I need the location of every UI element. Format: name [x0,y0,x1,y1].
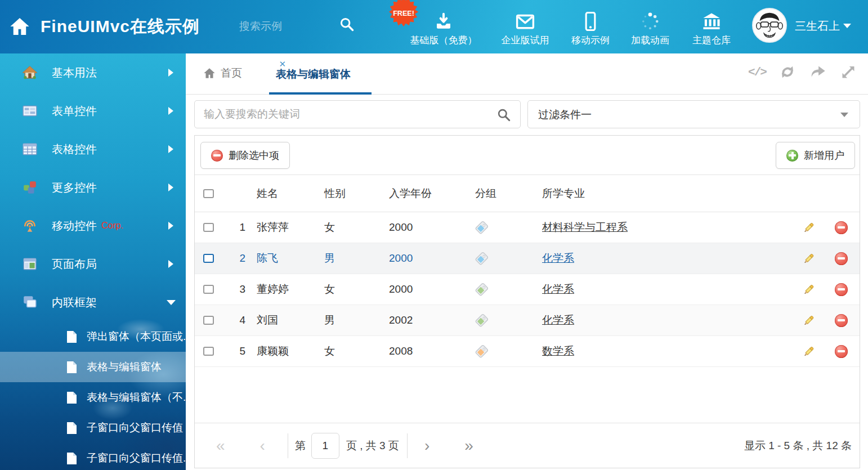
last-page-button[interactable]: » [464,438,473,454]
column-header-gender[interactable]: 性别 [313,186,378,201]
sidebar-item-label: 页面布局 [52,257,97,272]
table-row[interactable]: 3董婷婷女2000化学系 [195,274,860,305]
caret-down-icon [840,113,848,117]
sidebar-item-basic-usage[interactable]: 基本用法 [0,53,186,92]
layout-icon [23,257,37,271]
delete-row-icon[interactable] [835,252,848,265]
keyword-search-input[interactable] [204,101,491,128]
delete-selected-label: 删除选中项 [229,149,279,162]
delete-selected-button[interactable]: 删除选中项 [200,142,290,169]
sidebar-item-label: 移动控件 [52,218,97,234]
chevron-right-icon [168,69,173,77]
antenna-icon [23,218,37,233]
chevron-right-icon [168,183,173,191]
home-icon [203,67,216,79]
main-content: 首页 表格与编辑窗体 ✕ </> [186,53,868,470]
pagination-divider [288,433,288,458]
tab-close-icon[interactable]: ✕ [279,59,286,69]
row-checkbox[interactable] [203,316,214,325]
search-icon[interactable] [496,108,511,122]
major-link[interactable]: 数学系 [542,344,574,359]
tag-icon [465,283,531,296]
fullscreen-icon[interactable] [840,64,857,80]
cell-year: 2000 [378,221,465,234]
column-header-group[interactable]: 分组 [465,186,531,201]
file-icon [66,452,77,465]
sidebar-item-label: 更多控件 [52,180,97,195]
refresh-icon[interactable] [779,64,796,80]
row-index: 2 [220,252,245,265]
sidebar-subitem-child-to-parent-2[interactable]: 子窗口向父窗口传值... [0,443,186,470]
search-icon[interactable] [339,16,355,32]
table-header-row: 姓名 性别 入学年份 分组 所学专业 [195,175,860,212]
table-row[interactable]: 1张萍萍女2000材料科学与工程系 [195,212,860,243]
cell-name: 陈飞 [245,251,313,266]
sidebar-subitem-label: 子窗口向父窗口传值 [87,420,183,435]
nav-label: 企业版试用 [489,34,562,47]
tab-home[interactable]: 首页 [203,66,242,80]
cell-name: 刘国 [245,313,313,328]
page-number-input[interactable] [311,433,339,459]
row-index: 1 [220,221,245,234]
tab-grid-edit-window[interactable]: 表格与编辑窗体 ✕ [269,53,283,95]
column-header-major[interactable]: 所学专业 [531,186,794,201]
major-link[interactable]: 材料科学与工程系 [542,220,628,235]
nav-item-basic-edition[interactable]: 基础版（免费） [407,10,480,47]
bank-icon [675,10,748,33]
edit-icon[interactable] [802,252,815,265]
envelope-icon [489,10,562,33]
avatar[interactable] [752,8,787,43]
sidebar-item-grid-controls[interactable]: 表格控件 [0,130,186,168]
major-link[interactable]: 化学系 [542,251,574,266]
sidebar-subitem-popup-window[interactable]: 弹出窗体（本页面或... [0,321,186,352]
edit-icon[interactable] [802,344,815,358]
delete-row-icon[interactable] [835,314,848,327]
sidebar-item-form-controls[interactable]: 表单控件 [0,92,186,130]
major-link[interactable]: 化学系 [542,282,574,297]
cell-gender: 男 [313,251,378,266]
cell-gender: 女 [313,282,378,297]
nav-item-enterprise-trial[interactable]: 企业版试用 [489,10,562,47]
sidebar-subitem-grid-edit-window[interactable]: 表格与编辑窗体 [0,352,186,382]
row-checkbox[interactable] [203,223,214,232]
edit-icon[interactable] [802,283,815,296]
sidebar-subitem-child-to-parent[interactable]: 子窗口向父窗口传值 [0,413,186,443]
nav-item-theme-repo[interactable]: 主题仓库 [675,10,748,47]
next-page-button[interactable]: › [424,438,429,454]
sidebar-subitem-grid-edit-window-2[interactable]: 表格与编辑窗体（不... [0,382,186,413]
delete-row-icon[interactable] [835,345,848,358]
header-search-input[interactable] [239,16,335,37]
table-row[interactable]: 4刘国男2002化学系 [195,305,860,336]
table-row[interactable]: 2陈飞男2000化学系 [195,243,860,274]
first-page-button[interactable]: « [216,438,225,454]
home-icon[interactable] [9,16,30,37]
sidebar-item-iframe[interactable]: 内联框架 [0,283,186,321]
major-link[interactable]: 化学系 [542,313,574,328]
column-header-name[interactable]: 姓名 [245,186,313,201]
delete-row-icon[interactable] [835,221,848,234]
table-row[interactable]: 5康颖颖女2008数学系 [195,336,860,367]
user-caret-down-icon[interactable] [843,24,851,28]
tab-home-label: 首页 [221,66,242,80]
sidebar-item-page-layout[interactable]: 页面布局 [0,245,186,283]
tag-icon [465,252,531,265]
open-new-window-icon[interactable] [809,64,826,80]
view-source-icon[interactable]: </> [749,64,766,80]
nav-label: 主题仓库 [675,34,748,47]
username[interactable]: 三生石上 [795,19,840,34]
edit-icon[interactable] [802,314,815,327]
column-header-year[interactable]: 入学年份 [378,186,465,201]
prev-page-button[interactable]: ‹ [260,438,265,454]
add-user-button[interactable]: 新增用户 [776,142,855,169]
filter-dropdown[interactable]: 过滤条件一 [527,100,860,128]
sidebar-item-label: 基本用法 [52,65,97,80]
edit-icon[interactable] [802,221,815,234]
row-checkbox[interactable] [203,285,214,294]
row-checkbox[interactable] [203,347,214,356]
select-all-checkbox[interactable] [203,189,214,198]
file-icon [66,391,77,404]
sidebar-item-mobile-controls[interactable]: 移动控件 Corp. [0,207,186,245]
sidebar-item-more-controls[interactable]: 更多控件 [0,168,186,207]
row-checkbox[interactable] [203,254,214,263]
delete-row-icon[interactable] [835,283,848,296]
